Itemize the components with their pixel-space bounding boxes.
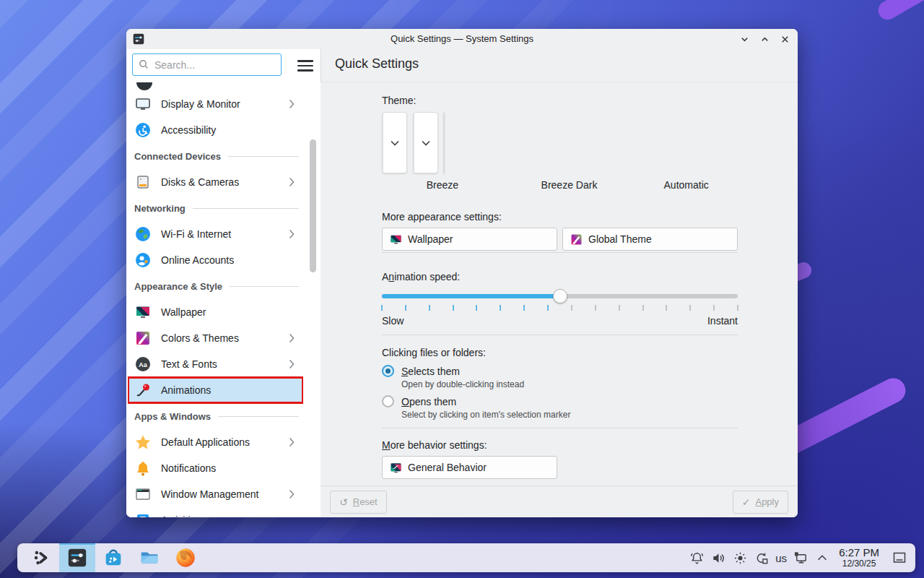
- slider-min-label: Slow: [382, 315, 404, 327]
- theme-card-automatic[interactable]: [443, 112, 445, 173]
- expand-tray-icon[interactable]: [814, 550, 830, 566]
- theme-breeze-dropdown[interactable]: [383, 113, 406, 173]
- colors-themes-icon: [135, 330, 151, 346]
- sidebar-section-networking: Networking: [128, 195, 303, 221]
- cropped-icon: [136, 82, 152, 90]
- sidebar-item-partial[interactable]: [128, 82, 303, 91]
- sidebar-item-animations[interactable]: Animations: [128, 377, 303, 403]
- radio-button-selected[interactable]: [382, 365, 394, 377]
- device-notifier-tray-icon[interactable]: [754, 550, 770, 566]
- bell-icon: [135, 460, 151, 476]
- activities-icon: [135, 512, 151, 517]
- sidebar-item-window-management[interactable]: Window Management: [128, 481, 303, 507]
- sidebar-item-display-monitor[interactable]: Display & Monitor: [128, 91, 303, 117]
- wallpaper-icon: [135, 304, 151, 320]
- window-footer: ↺ Reset ✓ Apply: [321, 486, 798, 517]
- sidebar-toolbar: [126, 49, 321, 82]
- window-title: Quick Settings — System Settings: [126, 29, 798, 49]
- section-divider: [382, 428, 738, 428]
- menu-button[interactable]: [297, 58, 313, 74]
- minimize-button[interactable]: [738, 33, 750, 45]
- chevron-down-icon: [421, 139, 431, 147]
- wallpaper-button[interactable]: Wallpaper: [382, 228, 557, 251]
- radio-opens-them[interactable]: Opens them: [382, 395, 738, 407]
- section-divider: [382, 252, 738, 253]
- section-divider: [382, 335, 738, 335]
- theme-picker: [382, 112, 738, 173]
- apply-button[interactable]: ✓ Apply: [733, 491, 788, 514]
- global-theme-button[interactable]: Global Theme: [562, 228, 738, 251]
- general-behavior-button[interactable]: General Behavior: [382, 456, 557, 479]
- theme-name-breeze-dark: Breeze Dark: [509, 179, 630, 191]
- volume-tray-icon[interactable]: [710, 550, 726, 566]
- global-theme-icon: [570, 233, 583, 246]
- sidebar-item-notifications[interactable]: Notifications: [128, 455, 303, 481]
- chevron-right-icon: [289, 437, 295, 447]
- taskbar-discover[interactable]: [95, 543, 131, 572]
- show-desktop-button[interactable]: [891, 549, 908, 566]
- maximize-button[interactable]: [759, 33, 770, 45]
- sidebar-section-appearance-style: Appearance & Style: [128, 273, 303, 299]
- keyboard-layout-indicator[interactable]: us: [775, 552, 787, 564]
- animation-speed-label: Animation speed:: [382, 271, 738, 282]
- clock-date: 12/30/25: [839, 559, 879, 569]
- titlebar[interactable]: Quick Settings — System Settings: [126, 29, 798, 50]
- close-button[interactable]: [779, 33, 790, 45]
- theme-name-breeze: Breeze: [382, 179, 503, 191]
- animation-speed-slider[interactable]: [382, 290, 738, 303]
- page-title: Quick Settings: [335, 56, 419, 72]
- search-icon: [138, 59, 149, 73]
- digital-clock[interactable]: 6:27 PM 12/30/25: [836, 547, 882, 569]
- taskbar: us 6:27 PM 12/30/25: [17, 543, 915, 572]
- sidebar-item-default-applications[interactable]: Default Applications: [128, 429, 303, 455]
- sidebar-item-online-accounts[interactable]: Online Accounts: [128, 247, 303, 273]
- taskbar-system-settings[interactable]: [59, 543, 95, 572]
- display-monitor-icon: [135, 96, 151, 112]
- theme-name-automatic: Automatic: [635, 179, 738, 191]
- reset-button[interactable]: ↺ Reset: [330, 491, 387, 514]
- clock-time: 6:27 PM: [839, 547, 879, 559]
- sidebar-item-colors-themes[interactable]: Colors & Themes: [128, 325, 303, 351]
- search-input[interactable]: [132, 53, 282, 76]
- theme-card-breeze-dark[interactable]: [413, 112, 438, 173]
- radio-selects-them[interactable]: Selects them: [382, 365, 738, 377]
- taskbar-firefox[interactable]: [167, 543, 204, 572]
- theme-card-breeze[interactable]: [382, 112, 407, 173]
- settings-content: Theme:: [321, 82, 798, 486]
- star-icon: [135, 434, 151, 450]
- sidebar: Display & Monitor Accessibility Connecte…: [126, 82, 321, 517]
- chevron-down-icon: [390, 139, 400, 147]
- application-launcher-button[interactable]: [23, 543, 59, 572]
- sidebar-scrollbar[interactable]: [310, 139, 316, 272]
- taskbar-dolphin[interactable]: [131, 543, 167, 572]
- sidebar-item-wifi-internet[interactable]: Wi-Fi & Internet: [128, 221, 303, 247]
- sidebar-item-activities[interactable]: Activities: [128, 507, 303, 517]
- sidebar-item-disks-cameras[interactable]: Disks & Cameras: [128, 169, 303, 195]
- content-header: Quick Settings: [321, 49, 798, 82]
- fonts-icon: Aa: [135, 356, 151, 372]
- theme-label: Theme:: [382, 95, 738, 106]
- accessibility-icon: [135, 122, 151, 138]
- radio-button-unselected[interactable]: [382, 395, 394, 407]
- sidebar-item-accessibility[interactable]: Accessibility: [128, 117, 303, 143]
- more-behavior-label: More behavior settings:: [382, 439, 738, 451]
- radio-description: Open by double-clicking instead: [401, 379, 738, 389]
- general-behavior-icon: [390, 462, 402, 474]
- sidebar-item-text-fonts[interactable]: Aa Text & Fonts: [128, 351, 303, 377]
- chevron-right-icon: [289, 99, 295, 109]
- chevron-right-icon: [289, 489, 295, 499]
- network-tray-icon[interactable]: [793, 550, 808, 566]
- sidebar-item-wallpaper[interactable]: Wallpaper: [128, 299, 303, 325]
- globe-icon: [135, 226, 151, 242]
- slider-ticks: [382, 305, 738, 312]
- chevron-right-icon: [289, 359, 295, 369]
- undo-icon: ↺: [339, 496, 348, 508]
- brightness-tray-icon[interactable]: [732, 550, 748, 566]
- notifications-tray-icon[interactable]: [689, 550, 705, 566]
- theme-breeze-dark-dropdown[interactable]: [414, 113, 437, 173]
- sidebar-list: Display & Monitor Accessibility Connecte…: [128, 82, 303, 517]
- chevron-right-icon: [289, 333, 295, 343]
- animations-icon: [135, 382, 151, 398]
- slider-handle[interactable]: [553, 289, 567, 303]
- radio-description: Select by clicking on item's selection m…: [401, 410, 738, 420]
